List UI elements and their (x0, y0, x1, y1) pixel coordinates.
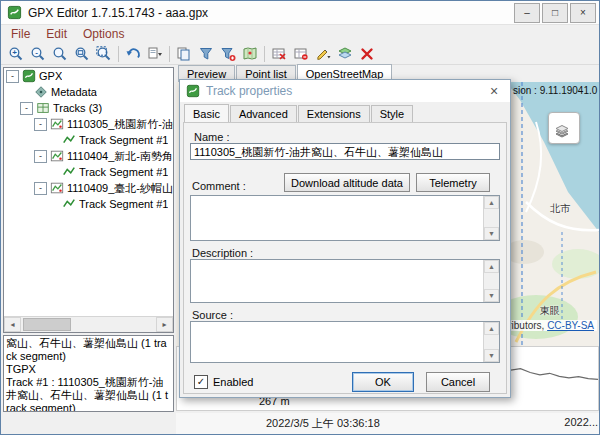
dialog-tabs: BasicAdvancedExtensionsStyle (184, 105, 414, 122)
dialog-close-icon[interactable]: × (484, 83, 504, 99)
close-button[interactable]: × (570, 3, 596, 23)
time-axis: 2022/3/5 上午 03:36:18 2022... (176, 413, 599, 434)
scroll-right-arrow-icon[interactable]: ▸ (156, 317, 173, 332)
menu-options[interactable]: Options (75, 25, 132, 43)
comment-scrollbar[interactable]: ▲▼ (483, 196, 499, 240)
filter-add-icon[interactable] (217, 44, 239, 64)
tree-item[interactable]: Metadata (4, 84, 173, 100)
scroll-up-icon[interactable]: ▲ (484, 196, 499, 209)
zoom-in-icon[interactable]: + (5, 44, 27, 64)
table-edit-icon[interactable] (290, 44, 312, 64)
tree-rows: -GPXMetadata-Tracks (3)-1110305_桃園新竹-油井窩… (4, 68, 173, 212)
tree-item[interactable]: -1110409_臺北-紗帽山 (4, 180, 173, 196)
layers-color-icon[interactable] (334, 44, 356, 64)
tree-horizontal-scrollbar[interactable]: ◂ ▸ (4, 316, 173, 332)
scroll-up-icon[interactable]: ▲ (484, 260, 499, 273)
info-panel: 窩山、石牛山、薯槊仙島山 (1 track segment)TGPXTrack … (3, 335, 174, 412)
scroll-left-arrow-icon[interactable]: ◂ (4, 317, 21, 332)
tree-expander-icon[interactable]: - (34, 118, 47, 131)
tree-item-label: GPX (39, 70, 62, 82)
view-dropdown-icon[interactable] (144, 44, 166, 64)
window-title: GPX Editor 1.7.15.1743 - aaa.gpx (28, 6, 208, 20)
dialog-tab-basic[interactable]: Basic (184, 104, 229, 122)
dialog-tab-page: Name : 1110305_桃園新竹-油井窩山、石牛山、薯槊仙島山 Comme… (183, 122, 507, 394)
tree-item[interactable]: -1110404_新北-南勢角山 (4, 148, 173, 164)
delete-icon[interactable] (356, 44, 378, 64)
scroll-down-icon[interactable]: ▼ (484, 289, 499, 302)
filter-icon[interactable] (195, 44, 217, 64)
cancel-button[interactable]: Cancel (426, 372, 490, 392)
maximize-button[interactable]: □ (542, 3, 568, 23)
scroll-down-icon[interactable]: ▼ (484, 227, 499, 240)
map-version-text: sion : 9.11.19041.0 (513, 85, 597, 96)
zoom-region-icon[interactable] (93, 44, 115, 64)
comment-label: Comment : (192, 180, 246, 192)
tree-item[interactable]: -Tracks (3) (4, 100, 173, 116)
download-altitude-button[interactable]: Download altitude data (284, 173, 410, 192)
menu-edit[interactable]: Edit (38, 25, 75, 43)
map-layers-button[interactable] (548, 112, 580, 144)
tree-item-label: 1110305_桃園新竹-油井窩山、石牛山、薯槊仙島山 (67, 117, 173, 132)
zoom-actual-icon[interactable] (49, 44, 71, 64)
zoom-out-icon[interactable]: - (27, 44, 49, 64)
tree-item[interactable]: Track Segment #1 (4, 164, 173, 180)
tree-item[interactable]: Track Segment #1 (4, 132, 173, 148)
track-properties-dialog: Track properties × BasicAdvancedExtensio… (179, 79, 511, 398)
scroll-down-icon[interactable]: ▼ (484, 349, 499, 362)
menu-bar: FileEditOptions (1, 25, 599, 43)
map-icon[interactable] (239, 44, 261, 64)
ok-button[interactable]: OK (352, 372, 414, 392)
dialog-tab-style[interactable]: Style (371, 105, 413, 122)
tree-item-label: Track Segment #1 (79, 134, 168, 146)
cc-by-sa-link[interactable]: CC-BY-SA (547, 320, 594, 331)
app-icon (7, 5, 23, 21)
copy-icon[interactable] (173, 44, 195, 64)
time-end-label: 2022... (564, 416, 598, 428)
source-scrollbar[interactable]: ▲▼ (483, 322, 499, 362)
tree-expander-icon[interactable]: - (6, 70, 19, 83)
metadata-icon (34, 85, 48, 99)
comment-textarea[interactable]: ▲▼ (190, 195, 500, 241)
tree-item-label: Track Segment #1 (79, 198, 168, 210)
toolbar-separator (169, 46, 170, 62)
tree-item-label: Track Segment #1 (79, 166, 168, 178)
tree-item[interactable]: -GPX (4, 68, 173, 84)
pencil-dropdown-icon[interactable] (312, 44, 334, 64)
scroll-up-icon[interactable]: ▲ (484, 322, 499, 335)
time-start-label: 2022/3/5 上午 03:36:18 (266, 416, 380, 431)
tree-item[interactable]: -1110305_桃園新竹-油井窩山、石牛山、薯槊仙島山 (4, 116, 173, 132)
tree-expander-icon[interactable]: - (34, 182, 47, 195)
menu-file[interactable]: File (3, 25, 38, 43)
gpx-icon (22, 69, 36, 83)
telemetry-button[interactable]: Telemetry (416, 173, 490, 192)
description-scrollbar[interactable]: ▲▼ (483, 260, 499, 302)
name-label: Name : (194, 131, 229, 143)
tree-item-label: Metadata (51, 86, 97, 98)
tree-item[interactable]: Track Segment #1 (4, 196, 173, 212)
enabled-checkbox[interactable]: ✓ Enabled (194, 375, 253, 389)
dialog-tab-extensions[interactable]: Extensions (298, 105, 370, 122)
scroll-track[interactable] (21, 317, 156, 332)
undo-icon[interactable] (122, 44, 144, 64)
tree-expander-icon[interactable]: - (34, 150, 47, 163)
tree-item-label: 1110404_新北-南勢角山 (67, 149, 173, 164)
source-textarea[interactable]: ▲▼ (190, 321, 500, 363)
scroll-thumb[interactable] (23, 318, 71, 331)
map-place-label: 東眼 (540, 304, 560, 318)
table-delete-icon[interactable] (268, 44, 290, 64)
minimize-button[interactable]: – (514, 3, 540, 23)
name-input[interactable]: 1110305_桃園新竹-油井窩山、石牛山、薯槊仙島山 (190, 143, 500, 160)
gpx-icon (186, 84, 201, 99)
layers-icon (554, 120, 570, 136)
segment-icon (62, 165, 76, 179)
zoom-fit-icon[interactable] (71, 44, 93, 64)
checkbox-check-icon: ✓ (194, 375, 208, 389)
segment-icon (62, 197, 76, 211)
title-bar: GPX Editor 1.7.15.1743 - aaa.gpx – □ × (1, 1, 599, 25)
dialog-tab-advanced[interactable]: Advanced (230, 105, 297, 122)
dialog-title: Track properties (206, 84, 292, 98)
tree-expander-icon[interactable]: - (20, 102, 33, 115)
dialog-title-bar: Track properties × (180, 80, 510, 102)
toolbar: +- (1, 43, 599, 65)
description-textarea[interactable]: ▲▼ (190, 259, 500, 303)
